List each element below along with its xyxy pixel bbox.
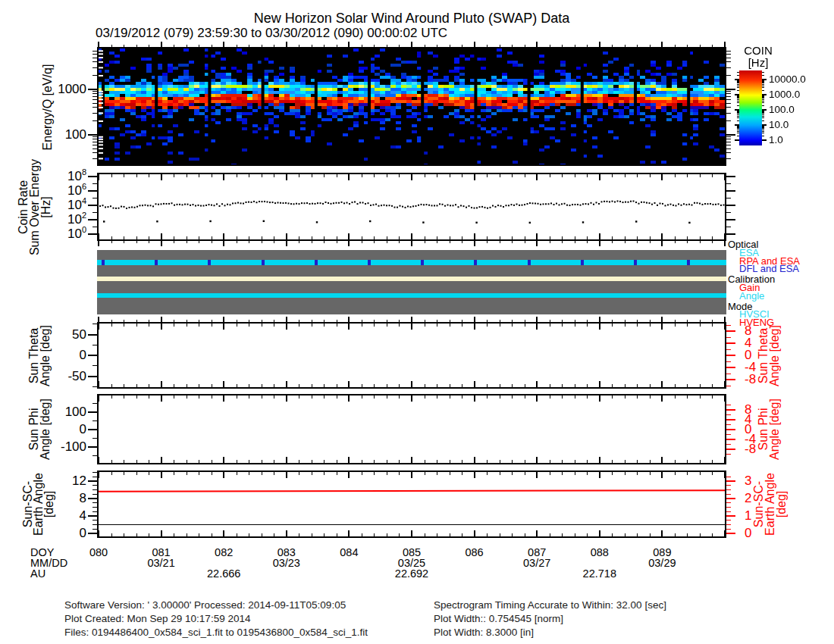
axis-tick	[111, 174, 112, 177]
axis-tick	[726, 502, 731, 503]
axis-tick	[299, 533, 299, 536]
axis-tick	[312, 241, 312, 243]
axis-tick	[462, 174, 462, 177]
axis-tick	[462, 395, 462, 399]
axis-tick	[411, 395, 412, 402]
axis-tick	[92, 198, 97, 199]
axis-tick	[262, 384, 262, 387]
axis-tick	[726, 89, 735, 90]
axis-tick	[575, 320, 575, 322]
axis-tick	[92, 107, 97, 108]
axis-tick	[637, 320, 638, 322]
axis-tick	[399, 324, 400, 327]
colorbar-tick	[762, 116, 764, 117]
axis-tick	[587, 174, 588, 177]
axis-tick	[212, 324, 212, 327]
axis-tick	[562, 324, 563, 327]
axis-tick	[92, 511, 97, 512]
axis-tick	[536, 381, 538, 387]
colorbar-tick-label: 1.0	[769, 134, 783, 145]
colorbar-tick	[762, 113, 764, 114]
colorbar-tick	[737, 116, 739, 117]
colorbar-tick	[737, 120, 739, 121]
axis-tick	[111, 320, 112, 322]
axis-tick	[587, 533, 588, 536]
colorbar-tick	[737, 130, 739, 130]
tick-label: 100	[30, 405, 86, 419]
axis-tick	[136, 174, 137, 177]
axis-tick	[374, 460, 375, 463]
axis-tick	[124, 384, 124, 387]
axis-tick	[587, 395, 588, 399]
axis-tick	[525, 395, 525, 399]
axis-tick	[88, 515, 97, 517]
footer-plot-width-norm: Plot Width:: 0.754545 [norm]	[434, 613, 563, 624]
axis-tick	[425, 241, 425, 243]
axis-tick	[550, 236, 550, 239]
colorbar-tick	[762, 96, 764, 97]
axis-tick	[612, 45, 613, 47]
tick-label: 12	[30, 474, 86, 488]
axis-tick	[425, 384, 425, 387]
axis-tick	[92, 485, 97, 486]
axis-tick	[337, 472, 337, 475]
footer-software-version: Software Version: ' 3.00000' Processed: …	[64, 599, 346, 611]
tick-label: 3	[745, 474, 751, 488]
axis-tick	[525, 324, 525, 327]
axis-tick	[324, 45, 325, 47]
axis-tick	[149, 472, 149, 475]
axis-tick	[199, 324, 199, 327]
axis-tick	[274, 533, 274, 536]
axis-tick	[237, 324, 237, 327]
axis-tick	[399, 320, 400, 322]
colorbar-tick	[762, 81, 764, 82]
axis-tick	[726, 355, 735, 356]
axis-tick	[136, 460, 137, 463]
axis-tick	[262, 236, 262, 239]
axis-tick	[726, 93, 731, 94]
axis-tick	[500, 384, 500, 387]
axis-tick	[425, 460, 425, 463]
axis-tick	[487, 533, 488, 536]
colorbar-tick	[762, 139, 767, 141]
tick-label: 0	[30, 422, 86, 436]
axis-tick	[575, 460, 575, 463]
axis-tick	[450, 324, 450, 327]
axis-tick	[88, 411, 97, 413]
axis-tick	[525, 320, 525, 322]
colorbar-tick	[737, 97, 739, 98]
axis-tick	[637, 533, 638, 536]
axis-tick	[324, 384, 325, 387]
axis-tick	[161, 174, 162, 180]
axis-tick	[675, 395, 676, 399]
axis-tick	[286, 241, 287, 246]
colorbar-tick-label: 10000.0	[769, 73, 806, 85]
axis-tick	[450, 174, 450, 177]
axis-tick	[199, 395, 199, 399]
axis-tick	[625, 460, 626, 463]
axis-tick	[92, 494, 97, 495]
axis-tick	[187, 324, 187, 327]
axis-tick	[575, 324, 575, 327]
tick-label: 108	[30, 169, 86, 183]
axis-tick	[237, 395, 237, 399]
axis-tick	[348, 472, 350, 478]
axis-tick	[174, 460, 174, 463]
axis-tick	[312, 395, 312, 399]
axis-tick	[249, 174, 249, 177]
axis-tick	[437, 236, 437, 239]
axis-tick	[474, 381, 475, 387]
axis-tick	[274, 45, 274, 47]
axis-tick	[661, 457, 663, 463]
axis-tick	[726, 148, 731, 149]
axis-tick	[450, 320, 450, 322]
axis-tick	[726, 533, 735, 534]
axis-tick	[124, 472, 124, 475]
sun-sc-earth-angle-line	[99, 489, 725, 492]
axis-tick	[312, 236, 312, 239]
colorbar-tick	[762, 95, 764, 96]
axis-tick	[312, 460, 312, 463]
axis-tick	[562, 533, 563, 536]
optical-esa-band	[97, 260, 726, 265]
axis-tick	[500, 45, 500, 47]
